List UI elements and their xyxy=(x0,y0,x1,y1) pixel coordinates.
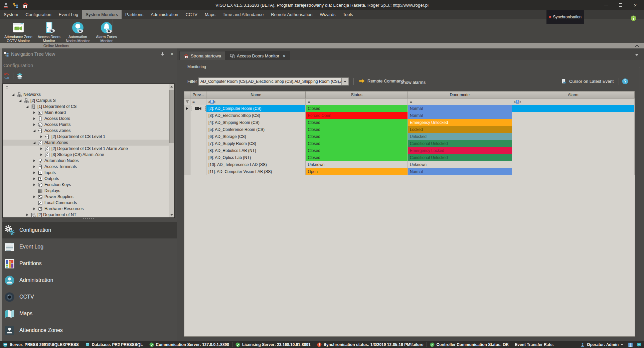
scroll-up-icon[interactable] xyxy=(169,84,174,89)
collapsed-panel-strip[interactable] xyxy=(0,48,2,341)
menu-tab-remote-authorisation[interactable]: Remote Authorisation xyxy=(267,10,316,19)
columns-panel-button[interactable] xyxy=(626,341,635,348)
filter-cell-door-mode[interactable]: = xyxy=(408,99,512,105)
ribbon-button-alarm-zones-monitor[interactable]: Alarm ZonesMonitor xyxy=(92,21,121,43)
tab-strona-startowa[interactable]: Strona startowa xyxy=(179,51,225,60)
table-row[interactable]: [7]: AD_Supply Room (CS)ClosedConditiona… xyxy=(184,140,635,147)
filter-cell-status[interactable]: = xyxy=(306,99,408,105)
name-cell[interactable]: [7]: AD_Supply Room (CS) xyxy=(206,140,306,147)
splitter-handle[interactable] xyxy=(0,217,177,220)
menu-tab-maps[interactable]: Maps xyxy=(201,10,219,19)
table-row[interactable]: [3]: AD_Electronic Shop (CS)Forced OpenN… xyxy=(184,112,635,119)
menu-tab-time-and-attendance[interactable]: Time and Attendance xyxy=(219,10,267,19)
tree-item-displays[interactable]: Displays xyxy=(3,188,169,194)
table-row[interactable]: [8]: AD_Robotics LAB (NT)ClosedEmergency… xyxy=(184,147,635,154)
minimize-button[interactable] xyxy=(599,0,613,10)
expand-arrow-icon[interactable] xyxy=(32,183,36,187)
expand-arrow-icon[interactable] xyxy=(39,147,43,151)
name-cell[interactable]: [3]: AD_Electronic Shop (CS) xyxy=(206,112,306,119)
table-row[interactable]: [4]: AD_Shipping Room (CS)ClosedEmergenc… xyxy=(184,119,635,126)
preview-cell[interactable] xyxy=(190,119,206,126)
tree-filter-row[interactable]: = xyxy=(3,84,174,91)
name-cell[interactable]: [2]: AD_Computer Room (CS) xyxy=(206,105,306,112)
filter-cell-name[interactable]: aBc xyxy=(206,99,306,105)
status-cell[interactable]: Closed xyxy=(306,126,408,133)
table-row[interactable]: [5]: AD_Conference Room (CS)ClosedLocked xyxy=(184,126,635,133)
expand-arrow-icon[interactable] xyxy=(39,135,43,139)
alarm-cell[interactable] xyxy=(512,154,635,161)
tree-item-networks[interactable]: Networks xyxy=(3,92,169,98)
refresh-icon[interactable] xyxy=(3,73,10,79)
tree-scrollbar[interactable] xyxy=(169,84,174,217)
status-cell[interactable]: Forced Open xyxy=(306,112,408,119)
tree-item-local-commands[interactable]: Local Commands xyxy=(3,200,169,206)
alarm-cell[interactable] xyxy=(512,147,635,154)
chat-panel-button[interactable] xyxy=(635,341,643,348)
preview-cell[interactable] xyxy=(190,126,206,133)
tree-item-hardware-resources[interactable]: Hardware Resources xyxy=(3,206,169,212)
name-cell[interactable]: [9]: AD_Optics Lab (NT) xyxy=(206,154,306,161)
tree-item-3-storage-cs-alarm-zone[interactable]: [3] Storage (CS) Alarm Zone xyxy=(3,152,169,158)
column-header-status[interactable]: Status xyxy=(306,92,408,99)
expand-arrow-icon[interactable] xyxy=(32,159,36,163)
preview-cell[interactable] xyxy=(190,147,206,154)
status-cell[interactable]: Closed xyxy=(306,147,408,154)
status-cell[interactable]: Unknown xyxy=(306,161,408,168)
tree-item-inputs[interactable]: Inputs xyxy=(3,170,169,176)
scroll-down-icon[interactable] xyxy=(169,212,174,217)
pin-icon[interactable] xyxy=(160,52,165,56)
layers-icon[interactable] xyxy=(16,73,23,79)
expand-arrow-icon[interactable] xyxy=(32,117,36,121)
table-row[interactable]: [6]: AD_Storage (CS)ClosedUnlocked xyxy=(184,133,635,140)
close-button[interactable]: × xyxy=(628,0,643,10)
operator-app-icon[interactable] xyxy=(3,2,9,8)
status-cell[interactable]: Open xyxy=(306,168,408,175)
alarm-cell[interactable] xyxy=(512,119,635,126)
tab-access-doors-monitor[interactable]: Access Doors Monitor× xyxy=(225,51,290,60)
filter-cell-alarm[interactable]: aBc xyxy=(512,99,635,105)
filter-cell-prev[interactable]: = xyxy=(190,99,206,105)
alarm-cell[interactable] xyxy=(512,126,635,133)
expand-arrow-icon[interactable] xyxy=(39,153,43,157)
preview-cell[interactable] xyxy=(190,105,206,112)
tree-item-function-keys[interactable]: Function Keys xyxy=(3,182,169,188)
hierarchy-app-icon[interactable] xyxy=(12,2,19,8)
expand-arrow-icon[interactable] xyxy=(25,213,29,217)
menu-tab-partitions[interactable]: Partitions xyxy=(122,10,147,19)
sidebar-close-icon[interactable]: × xyxy=(170,52,174,56)
status-cell[interactable]: Closed xyxy=(306,133,408,140)
column-header-door-mode[interactable]: Door mode xyxy=(408,92,512,99)
maximize-button[interactable] xyxy=(613,0,628,10)
menu-tab-cctv[interactable]: CCTV xyxy=(182,10,201,19)
name-cell[interactable]: [8]: AD_Robotics LAB (NT) xyxy=(206,147,306,154)
name-cell[interactable]: [10]: AD_Telepresence LAD (SS) xyxy=(206,161,306,168)
info-button[interactable] xyxy=(631,15,636,21)
camera-preview-icon[interactable] xyxy=(195,107,202,111)
sidebar-item-maps[interactable]: Maps xyxy=(0,305,177,322)
table-row[interactable]: [10]: AD_Telepresence LAD (SS)UnknownUnk… xyxy=(184,161,635,168)
name-cell[interactable]: [11]: AD_Computer Vision LAB (SS) xyxy=(206,168,306,175)
door-mode-cell[interactable]: Unknown xyxy=(408,161,512,168)
expand-arrow-icon[interactable] xyxy=(32,123,36,127)
sidebar-item-partitions[interactable]: Partitions xyxy=(0,255,177,272)
door-mode-cell[interactable]: Conditional Unlocked xyxy=(408,154,512,161)
status-cell[interactable]: Closed xyxy=(306,140,408,147)
preview-cell[interactable] xyxy=(190,133,206,140)
menu-tab-configuration[interactable]: Configuration xyxy=(22,10,55,19)
cursor-on-latest-event-button[interactable]: Cursor on Latest Event xyxy=(561,78,614,84)
expand-arrow-icon[interactable] xyxy=(32,195,36,199)
column-header-alarm[interactable]: Alarm xyxy=(512,92,635,99)
tree-item-access-points[interactable]: Access Points xyxy=(3,122,169,128)
collapse-arrow-icon[interactable] xyxy=(25,105,29,109)
door-mode-cell[interactable]: Conditional Unlocked xyxy=(408,140,512,147)
door-mode-cell[interactable]: Normal xyxy=(408,105,512,112)
expand-arrow-icon[interactable] xyxy=(32,171,36,175)
synchronisation-panel[interactable]: Synchronisation xyxy=(546,10,584,24)
alarm-cell[interactable] xyxy=(512,168,635,175)
collapse-arrow-icon[interactable] xyxy=(11,93,15,97)
tab-list-dropdown-icon[interactable] xyxy=(635,54,639,56)
preview-cell[interactable] xyxy=(190,154,206,161)
expand-arrow-icon[interactable] xyxy=(32,207,36,211)
status-cell[interactable]: Closed xyxy=(306,154,408,161)
menu-tab-event-log[interactable]: Event Log xyxy=(55,10,82,19)
